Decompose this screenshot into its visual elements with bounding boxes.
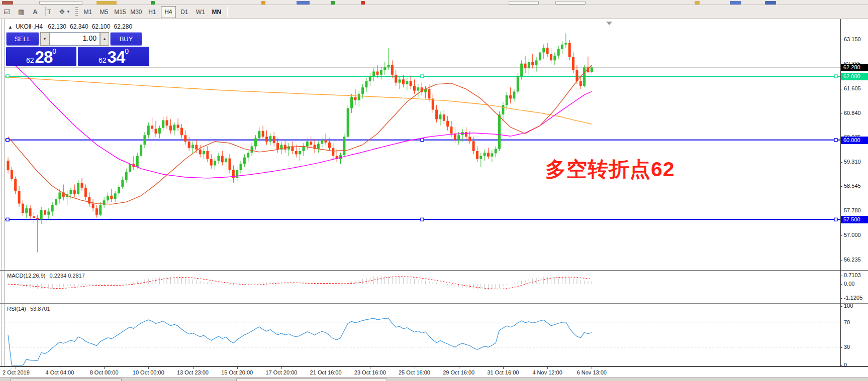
indicator-grid-icon[interactable]: ▦ [15,6,28,18]
date-tick [193,367,194,369]
price-axis-label: 57.780 [844,207,861,213]
symbol-period-label: UKOil-,H4 [16,23,43,30]
chart-title: ▲UKOil-,H4 62.13062.34062.10062.280 [8,23,136,30]
panel-divider[interactable] [0,270,868,271]
price-axis-label: 60.840 [844,110,861,116]
horizontal-line-57.5[interactable] [5,218,840,221]
volume-decrease-button[interactable]: ▼ [40,32,49,46]
rsi-axis-label: 100 [844,303,853,309]
date-label: 23 Oct 16:00 [354,369,386,375]
axis-tick [840,284,842,285]
toolbar-fragment-icon [331,1,335,5]
date-tick [326,367,326,369]
chart-shift-marker-icon[interactable] [606,22,612,25]
axis-tick [840,113,842,114]
sell-price-display[interactable]: 62 28 0 [6,47,76,66]
buy-price-base: 62 [99,55,107,65]
macd-plot [5,271,840,303]
rsi-line [8,318,592,365]
timeframe-group: M1M5M15M30H1H4D1W1MN [80,6,225,18]
rsi-axis-label: 30 [844,344,850,350]
mt4-terminal: 🗠 ▦ A T ✥▼ M1M5M15M30H1H4D1W1MN ▲UKOil-,… [0,0,868,381]
text-label-icon[interactable]: T [43,6,56,18]
timeframe-button-m30[interactable]: M30 [129,6,144,18]
toolbar-fragment-icon [97,1,117,5]
panel-divider[interactable] [0,303,868,304]
chart-toolbar: 🗠 ▦ A T ✥▼ M1M5M15M30H1H4D1W1MN [0,5,868,19]
date-label: 8 Oct 00:00 [90,369,119,375]
axis-tick [840,235,842,236]
grid-glyph: ▦ [18,8,24,16]
date-label: 29 Oct 16:00 [443,369,474,375]
axis-tick [840,260,842,261]
toolbar-row-clipped [0,0,868,5]
date-tick [237,367,238,369]
timeframe-button-h1[interactable]: H1 [145,6,160,18]
insert-text-icon[interactable]: A [29,6,42,18]
sell-button[interactable]: SELL [6,32,39,46]
timeframe-button-h4[interactable]: H4 [161,6,176,18]
bar-open-value: 62.130 [48,23,66,30]
chart-tab[interactable] [10,378,122,381]
letter-a-glyph: A [33,8,37,16]
macd-signal-line [8,277,592,289]
date-label: 4 Nov 12:00 [532,369,562,375]
axis-tick [840,89,842,89]
toolbar-fragment-pressed [39,1,82,5]
toolbar-fragment-icon [151,1,155,5]
horizontal-line-60[interactable] [5,139,840,142]
axis-tick [840,211,842,211]
date-label: 13 Oct 23:00 [177,369,209,375]
timeframe-button-mn[interactable]: MN [209,6,224,18]
timeframe-button-m5[interactable]: M5 [97,6,112,18]
rsi-label: RSI(14) 53.8701 [7,306,50,312]
toolbar-fragment-icon [2,1,13,5]
toolbar-fragment-icon [297,1,310,5]
buy-price-sup: 0 [125,48,129,55]
date-tick [281,367,282,369]
date-label: 4 Oct 04:00 [45,369,74,375]
toolbar-fragment-pressed [555,1,586,5]
timeframe-button-m15[interactable]: M15 [113,6,128,18]
toolbar-fragment-icon [361,1,365,5]
toolbar-grip [75,7,78,17]
axis-tick [840,347,842,348]
date-tick [415,367,415,369]
price-axis-label: 56.235 [844,257,861,263]
macd-axis-label: -1.1205 [844,295,862,301]
caret-down-icon: ▼ [43,37,47,41]
axis-tick [840,40,842,40]
price-tag-57.500: 57.500 [841,216,868,223]
text-annotation[interactable]: 多空转折点62 [545,156,675,183]
bar-low-value: 62.100 [92,23,111,30]
rsi-axis-label: 70 [844,319,850,325]
horizontal-line-62[interactable] [5,75,840,78]
toolbar-separator [227,7,228,18]
ma-slow-orange[interactable] [8,77,592,124]
price-tag-62.000: 62.000 [841,73,868,80]
buy-button[interactable]: BUY [110,32,142,46]
price-axis-label: 61.605 [844,85,861,91]
chart-window: ▲UKOil-,H4 62.13062.34062.10062.280 SELL… [0,19,868,377]
objects-arrow-icon[interactable]: ✥▼ [57,6,73,18]
axis-tick [840,162,842,163]
date-tick [148,367,149,369]
window-border [4,19,5,377]
timeframe-button-d1[interactable]: D1 [177,6,192,18]
ma-fast-red[interactable] [8,65,592,204]
toolbar-fragment-icon [730,1,741,5]
expert-advisors-icon[interactable]: 🗠 [1,6,14,18]
buy-price-display[interactable]: 62 34 0 [78,47,149,66]
macd-label: MACD(12,26,9) 0.2234 0.2817 [7,273,85,279]
date-label: 15 Oct 20:00 [221,369,253,375]
collapse-triangle-icon[interactable]: ▲ [8,25,13,30]
timeframe-button-w1[interactable]: W1 [193,6,208,18]
expert-advisors-glyph: 🗠 [4,8,11,16]
price-tag-60.000: 60.000 [841,137,868,144]
volume-increase-button[interactable]: ▲ [100,32,109,46]
chart-tab[interactable] [236,378,387,381]
volume-input[interactable]: 1.00 [49,32,100,46]
caret-up-icon: ▲ [103,37,107,41]
timeframe-button-m1[interactable]: M1 [80,6,95,18]
price-axis-label: 58.545 [844,183,861,189]
